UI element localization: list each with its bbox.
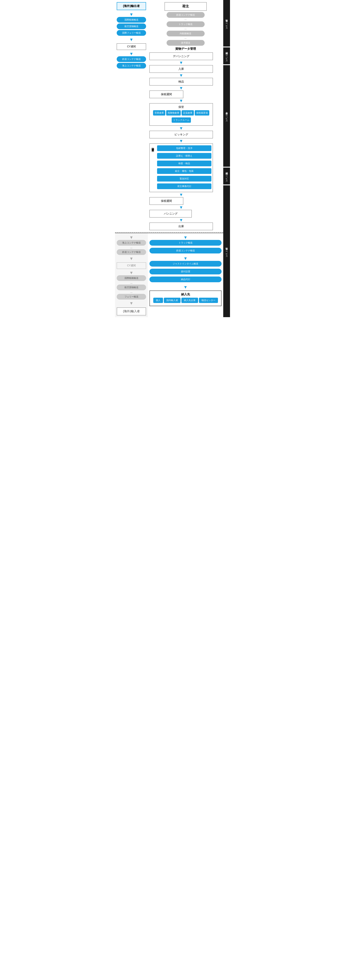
warehouse-sidebar: 倉庫サービス	[223, 65, 230, 167]
storage-type-0: 営業倉庫	[153, 110, 165, 116]
import-sea: 海上コンテナ輸送	[117, 240, 146, 246]
destination-box: 納入先 個人 国内輸入者 納入先企業 物流センター	[149, 291, 222, 306]
arr-import-4: ▼	[117, 301, 146, 306]
logistics-3: 組立・梱包・包装	[157, 168, 211, 174]
arr-import-1: ▼	[117, 235, 146, 240]
delivery-column: ▼ トラック輸送 鉄道コンテナ輸送 ▼ ジャストインタイム輸送 据付設置 納品代…	[148, 233, 223, 317]
inbound-box: 入庫	[149, 65, 213, 73]
arr-inspection: ▼	[149, 86, 213, 91]
import-column: ▼ 海上コンテナ輸送 — 鉄道コンテナ輸送 ▼ CY通関 ▼ 国際船舶輸送 — …	[115, 233, 148, 317]
storage-title: 保管	[151, 105, 211, 109]
logistics-5: 荷主事務代行	[157, 183, 211, 189]
logistics-services: 包材整理・洗浄 詰替え・積替え 検査・検品 組立・梱包・包装 緊急対応 荷主事務…	[157, 145, 211, 190]
destination-buttons: 個人 国内輸入者 納入先企業 物流センター	[151, 298, 220, 304]
storage-type-2: 定温倉庫	[182, 110, 194, 116]
rail-container-export: 鉄道コンテナ輸送	[117, 56, 146, 62]
debanning-box: デバンニング	[149, 52, 213, 60]
storage-type-3: 保税蔵置場	[195, 110, 209, 116]
storage-box: 保管 営業倉庫 危険物倉庫 定温倉庫 保税蔵置場 トランクルーム	[149, 103, 213, 126]
consignee-inland-ship: 内航船輸送	[166, 31, 205, 37]
customs-box-1: 保税通関	[149, 91, 183, 98]
intl-ship-btn: 国際船舶輸送	[117, 17, 146, 23]
transport2-label: 輸送サービス	[225, 245, 228, 257]
customs1-label: 通関サービス	[225, 50, 228, 62]
consignee-rail: 鉄道コンテナ輸送	[166, 12, 205, 18]
arr-import-3: ▼	[117, 270, 146, 275]
logistics-1: 詰替え・積替え	[157, 153, 211, 159]
warehouse-label: 倉庫サービス	[225, 110, 228, 122]
delivery-rail: 鉄道コンテナ輸送	[149, 248, 222, 253]
content-area: (海外)輸出者 ▼ 国際船舶輸送 航空貨物輸送 国際フェリー輸送 ▼ CY通関 …	[115, 0, 223, 317]
sea-container-export: 海上コンテナ輸送	[117, 63, 146, 68]
customs2-label: 通関サービス	[225, 170, 228, 182]
right-sidebar-col: 輸送サービス 通関サービス 倉庫サービス 通関サービス 輸送サービス	[223, 0, 230, 317]
transport1-sidebar: 輸送サービス	[223, 0, 230, 46]
arrow-down-2: ▼	[117, 37, 146, 42]
arr-storage: ▼	[149, 126, 213, 131]
page-wrapper: (海外)輸出者 ▼ 国際船舶輸送 航空貨物輸送 国際フェリー輸送 ▼ CY通関 …	[115, 0, 230, 317]
arrow-down-3: ▼	[117, 51, 146, 56]
arr-customs2: ▼	[149, 205, 213, 210]
import-rail: 鉄道コンテナ輸送	[117, 249, 146, 255]
customs2-sidebar: 通関サービス	[223, 167, 230, 185]
arr-customs1: ▼	[149, 98, 213, 103]
arr-delivery-1: ▼	[149, 235, 222, 240]
storage-buttons: 営業倉庫 危険物倉庫 定温倉庫 保税蔵置場 トランクルーム	[151, 110, 211, 124]
center-column: 荷主 鉄道コンテナ輸送 — トラック輸送 — 内航船輸送 — 港湾運送	[148, 0, 223, 232]
dest-2: 納入先企業	[181, 298, 198, 303]
dest-0: 個人	[153, 298, 163, 303]
arr-logistics: ▼	[149, 192, 213, 197]
arr-debanning: ▼	[149, 60, 213, 65]
dest-1: 国内輸入者	[164, 298, 180, 303]
delivery-install: 据付設置	[149, 269, 222, 274]
import-cy: CY通関	[117, 262, 146, 269]
outbound-box: 出庫	[149, 223, 213, 230]
ferry-btn: 国際フェリー輸送	[117, 30, 146, 36]
import-ferry: フェリー輸送	[117, 294, 146, 299]
delivery-jit: ジャストインタイム輸送	[149, 261, 222, 267]
arr-import-2: ▼	[117, 256, 146, 261]
export-title: (海外)輸出者	[117, 2, 146, 10]
arr-picking: ▼	[149, 138, 213, 143]
bottom-section: ▼ 海上コンテナ輸送 — 鉄道コンテナ輸送 ▼ CY通関 ▼ 国際船舶輸送 — …	[115, 233, 223, 317]
logistics-box: 物流付帯業務 包材整理・洗浄 詰替え・積替え 検査・検品 組立・梱包・包装 緊急…	[149, 143, 213, 192]
storage-type-4: トランクルーム	[172, 118, 191, 123]
logistics-inner: 物流付帯業務 包材整理・洗浄 詰替え・積替え 検査・検品 組立・梱包・包装 緊急…	[151, 145, 211, 190]
consignee-title: 荷主	[165, 2, 207, 11]
transport2-sidebar: 輸送サービス	[223, 185, 230, 317]
export-title-text: (海外)輸出者	[123, 4, 140, 8]
arr-inbound: ▼	[149, 73, 213, 78]
delivery-agent: 納品代行	[149, 277, 222, 282]
destination-title: 納入先	[151, 293, 220, 296]
logistics-0: 包材整理・洗浄	[157, 145, 211, 151]
consignee-truck: トラック輸送	[166, 21, 205, 27]
customs-box-2: 保税通関	[149, 197, 183, 205]
cy-customs: CY通関	[117, 43, 146, 50]
arr-banning: ▼	[149, 218, 213, 223]
top-section: (海外)輸出者 ▼ 国際船舶輸送 航空貨物輸送 国際フェリー輸送 ▼ CY通関 …	[115, 0, 223, 233]
dest-3: 物流センター	[199, 298, 218, 303]
import-ship: 国際船舶輸送	[117, 275, 146, 281]
import-title: (海外)輸入者	[117, 307, 146, 315]
cargo-data-title: 貨物データ管理	[175, 47, 196, 51]
consignee-port: 港湾運送	[166, 40, 205, 46]
arr-delivery-3: ▼	[149, 285, 222, 290]
logistics-label: 物流付帯業務	[151, 145, 156, 148]
banning-box: バンニング	[149, 210, 192, 218]
storage-type-1: 危険物倉庫	[166, 110, 181, 116]
main-layout: (海外)輸出者 ▼ 国際船舶輸送 航空貨物輸送 国際フェリー輸送 ▼ CY通関 …	[115, 0, 230, 317]
import-air: 航空貨物輸送	[117, 285, 146, 290]
picking-box: ピッキング	[149, 131, 213, 138]
arrow-down-1: ▼	[117, 12, 146, 17]
transport1-label: 輸送サービス	[225, 18, 228, 29]
air-cargo-btn: 航空貨物輸送	[117, 24, 146, 29]
logistics-2: 検査・検品	[157, 161, 211, 166]
arr-delivery-2: ▼	[149, 256, 222, 261]
logistics-4: 緊急対応	[157, 176, 211, 181]
export-column: (海外)輸出者 ▼ 国際船舶輸送 航空貨物輸送 国際フェリー輸送 ▼ CY通関 …	[115, 0, 148, 232]
delivery-truck: トラック輸送	[149, 240, 222, 246]
inspection-box: 検品	[149, 78, 213, 86]
customs1-sidebar: 通関サービス	[223, 48, 230, 64]
